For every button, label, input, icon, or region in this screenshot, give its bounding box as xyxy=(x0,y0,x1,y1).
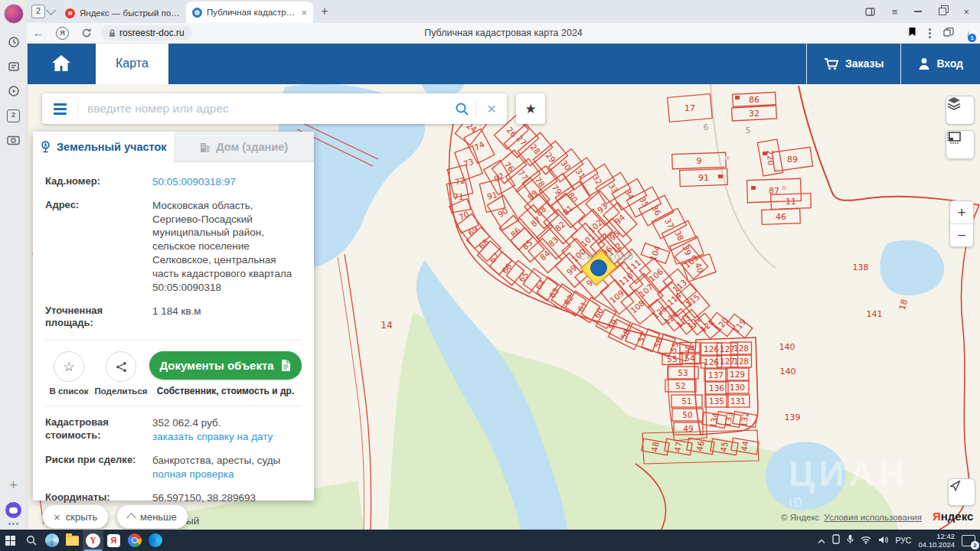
locate-button[interactable] xyxy=(948,478,975,506)
object-documents-button[interactable]: Документы объекта xyxy=(149,351,302,380)
cadastral-parcel[interactable]: 136 xyxy=(705,382,728,394)
favorites-button[interactable]: ★ xyxy=(516,93,545,124)
close-window-button[interactable]: × xyxy=(963,6,969,18)
more-options-icon[interactable] xyxy=(929,28,931,38)
chrome-icon xyxy=(128,533,142,547)
minimize-button[interactable] xyxy=(914,11,922,12)
selected-parcel-marker[interactable] xyxy=(591,260,607,276)
cadastral-parcel[interactable]: 46 xyxy=(762,209,801,225)
cadastral-parcel[interactable]: 128 xyxy=(731,355,752,367)
tray-expand-icon[interactable] xyxy=(818,533,825,547)
yandex-home-icon[interactable]: Я xyxy=(56,27,69,40)
home-button[interactable] xyxy=(27,54,96,73)
zoom-in-button[interactable]: + xyxy=(950,201,973,224)
collapse-panel-button[interactable]: меньше xyxy=(116,504,188,529)
parcel-number: 115 xyxy=(684,292,701,309)
volume-icon[interactable] xyxy=(878,533,888,547)
hide-panel-button[interactable]: × скрыть xyxy=(42,504,109,529)
taskbar-search-button[interactable] xyxy=(21,530,41,551)
menu-burger-icon[interactable] xyxy=(42,100,78,117)
zoom-out-button[interactable]: − xyxy=(950,224,973,246)
tab-house[interactable]: Дом (здание) xyxy=(174,132,315,162)
cadastral-parcel[interactable]: 137 xyxy=(704,369,727,381)
cadastral-parcel[interactable]: 133 xyxy=(716,410,741,429)
parcel-pin-icon xyxy=(40,141,51,153)
cadastral-parcel[interactable]: 119 xyxy=(726,313,753,339)
cadastral-parcel[interactable]: 130 xyxy=(726,381,749,393)
close-tab-icon[interactable]: × xyxy=(301,7,307,18)
sidebar-add-icon[interactable]: + xyxy=(5,476,23,494)
reload-button[interactable] xyxy=(81,28,92,38)
cadastral-parcel[interactable]: 135 xyxy=(705,395,728,407)
measure-button[interactable] xyxy=(946,130,975,159)
download-icon[interactable]: ↓1 xyxy=(966,28,972,39)
terms-link[interactable]: Условия использования xyxy=(824,513,922,522)
detail-link[interactable]: полная проверка xyxy=(152,468,234,481)
address-bar[interactable]: rosreestr-doc.ru xyxy=(101,25,192,41)
feed-icon[interactable] xyxy=(5,57,23,76)
tab-land-parcel[interactable]: Земельный участок xyxy=(33,132,174,162)
detail-link[interactable]: заказать справку на дату xyxy=(152,430,273,444)
cadastral-parcel[interactable]: 131 xyxy=(727,395,750,407)
cadastral-number-link[interactable]: 50:05:0090318:97 xyxy=(152,175,236,189)
cadastral-parcel[interactable]: 32 xyxy=(732,106,777,121)
video-icon[interactable] xyxy=(5,82,23,100)
microphone-icon[interactable] xyxy=(847,533,854,547)
taskbar-chrome[interactable] xyxy=(124,530,145,551)
building-ghost xyxy=(725,156,730,160)
menu-icon[interactable]: ≡ xyxy=(892,6,898,18)
parcel-number: 128 xyxy=(733,357,749,366)
taskbar-app-photos[interactable] xyxy=(41,530,62,551)
language-indicator[interactable]: РУС xyxy=(895,536,911,545)
screenshot-icon[interactable] xyxy=(5,131,23,149)
layers-button[interactable] xyxy=(946,96,975,125)
bookmark-icon[interactable] xyxy=(908,26,916,40)
navigation-arrow-icon xyxy=(949,479,962,492)
history-icon[interactable] xyxy=(5,33,23,51)
cadastral-parcel[interactable]: 126 xyxy=(701,356,722,368)
login-button[interactable]: Вход xyxy=(901,51,980,77)
cadastral-parcel[interactable]: 53 xyxy=(668,367,698,379)
wifi-icon[interactable] xyxy=(861,533,871,547)
back-button[interactable]: ← xyxy=(33,27,44,39)
tab-counter[interactable]: 2 xyxy=(31,5,54,18)
cadastral-parcel[interactable]: 51 xyxy=(671,395,702,407)
tab-counter-icon[interactable]: 2 xyxy=(5,106,23,125)
search-input[interactable] xyxy=(78,102,448,116)
taskbar-edge[interactable] xyxy=(145,530,165,551)
notifications-icon[interactable]: 2 xyxy=(962,535,975,546)
search-button[interactable] xyxy=(448,102,475,116)
cadastral-parcel[interactable]: 52 xyxy=(665,380,696,392)
building-footprint xyxy=(751,186,756,190)
taskbar-yandex-app[interactable]: Я xyxy=(103,530,124,551)
cadastral-parcel[interactable]: 126 xyxy=(701,343,722,355)
cadastral-parcel[interactable]: 132 xyxy=(732,410,757,429)
new-tab-button[interactable]: + xyxy=(321,4,328,19)
profile-avatar[interactable] xyxy=(4,4,24,24)
start-button[interactable] xyxy=(0,530,21,551)
cart-icon xyxy=(824,57,839,70)
cadastral-parcel[interactable]: 104 xyxy=(641,241,671,265)
clock[interactable]: 12:4204.10.2024 xyxy=(918,532,955,549)
side-panel-icon[interactable] xyxy=(865,8,875,16)
cadastral-parcel[interactable]: 17 xyxy=(668,94,713,122)
parcel-number: 52 xyxy=(675,381,685,390)
sidebar-more-icon[interactable] xyxy=(8,523,18,525)
tab-map[interactable]: Карта xyxy=(96,43,168,84)
cadastral-parcel[interactable]: 120 xyxy=(708,311,736,337)
taskbar-yandex-browser[interactable]: Y xyxy=(83,530,103,551)
restore-button[interactable] xyxy=(939,8,946,15)
orders-button[interactable]: Заказы xyxy=(807,51,900,77)
taskbar-explorer[interactable] xyxy=(62,530,83,551)
share-label: Поделиться xyxy=(94,386,147,396)
clear-search-icon[interactable]: × xyxy=(476,100,507,118)
share-button[interactable]: Поделиться xyxy=(97,351,145,396)
add-to-list-button[interactable]: ☆ В список xyxy=(45,351,93,396)
alice-assistant-icon[interactable] xyxy=(5,502,21,518)
tab-yandex-search[interactable]: Я Яндекс — быстрый поиск xyxy=(59,3,186,23)
collections-icon[interactable] xyxy=(943,26,954,40)
tab-cadastral-map[interactable]: Публичная кадастров × xyxy=(186,2,313,23)
cadastral-parcel[interactable]: 89 xyxy=(773,147,813,171)
phone-link-icon[interactable] xyxy=(832,533,840,547)
cadastral-parcel[interactable]: 129 xyxy=(726,368,749,380)
